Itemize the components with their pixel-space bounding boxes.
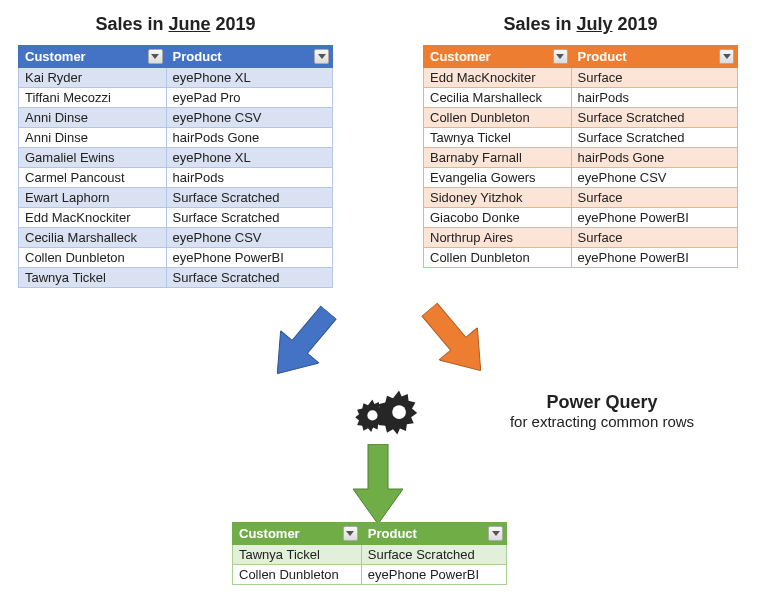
filter-dropdown-icon[interactable]	[553, 49, 568, 64]
cell-product: Surface Scratched	[166, 208, 332, 228]
table-row: Ewart LaphornSurface Scratched	[19, 188, 333, 208]
col-header-customer[interactable]: Customer	[233, 523, 362, 545]
filter-dropdown-icon[interactable]	[719, 49, 734, 64]
table-row: Anni DinseeyePhone CSV	[19, 108, 333, 128]
cell-customer: Giacobo Donke	[424, 208, 572, 228]
col-header-product[interactable]: Product	[571, 46, 737, 68]
cell-customer: Tawnya Tickel	[233, 545, 362, 565]
title-suffix: 2019	[613, 14, 658, 34]
table-row: Collen DunbletoneyePhone PowerBI	[233, 565, 507, 585]
cell-customer: Sidoney Yitzhok	[424, 188, 572, 208]
july-block: Sales in July 2019 Customer Product Edd …	[423, 10, 738, 288]
cell-product: Surface Scratched	[571, 108, 737, 128]
table-row: Kai RydereyePhone XL	[19, 68, 333, 88]
june-title: Sales in June 2019	[18, 14, 333, 35]
cell-customer: Collen Dunbleton	[233, 565, 362, 585]
table-row: Tawnya TickelSurface Scratched	[233, 545, 507, 565]
title-month: June	[168, 14, 210, 34]
table-row: Tawnya TickelSurface Scratched	[424, 128, 738, 148]
cell-customer: Collen Dunbleton	[19, 248, 167, 268]
cell-product: eyePhone PowerBI	[361, 565, 506, 585]
header-text: Customer	[430, 49, 491, 64]
header-text: Product	[173, 49, 222, 64]
pq-title: Power Query	[472, 392, 732, 413]
cell-product: Surface Scratched	[361, 545, 506, 565]
cell-customer: Cecilia Marshalleck	[424, 88, 572, 108]
svg-point-0	[392, 405, 406, 419]
cell-product: Surface	[571, 228, 737, 248]
filter-dropdown-icon[interactable]	[148, 49, 163, 64]
table-row: Cecilia MarshalleckeyePhone CSV	[19, 228, 333, 248]
col-header-customer[interactable]: Customer	[424, 46, 572, 68]
cell-product: Surface Scratched	[166, 188, 332, 208]
table-row: Evangelia GowerseyePhone CSV	[424, 168, 738, 188]
cell-customer: Kai Ryder	[19, 68, 167, 88]
col-header-product[interactable]: Product	[166, 46, 332, 68]
cell-customer: Barnaby Farnall	[424, 148, 572, 168]
cell-product: eyePhone CSV	[166, 228, 332, 248]
cell-product: Surface	[571, 188, 737, 208]
june-table: Customer Product Kai RydereyePhone XLTif…	[18, 45, 333, 288]
cell-product: eyePhone PowerBI	[571, 208, 737, 228]
header-text: Customer	[239, 526, 300, 541]
table-row: Northrup AiresSurface	[424, 228, 738, 248]
cell-customer: Tawnya Tickel	[424, 128, 572, 148]
table-row: Edd MacKnockiterSurface	[424, 68, 738, 88]
cell-customer: Anni Dinse	[19, 128, 167, 148]
cell-product: eyePhone PowerBI	[166, 248, 332, 268]
table-row: Cecilia MarshalleckhairPods	[424, 88, 738, 108]
june-block: Sales in June 2019 Customer Product Kai …	[18, 10, 333, 288]
cell-customer: Cecilia Marshalleck	[19, 228, 167, 248]
table-row: Tiffani MecozzieyePad Pro	[19, 88, 333, 108]
result-table: Customer Product Tawnya TickelSurface Sc…	[232, 522, 507, 585]
cell-customer: Edd MacKnockiter	[19, 208, 167, 228]
cell-product: hairPods	[571, 88, 737, 108]
cell-product: hairPods	[166, 168, 332, 188]
table-row: Giacobo DonkeeyePhone PowerBI	[424, 208, 738, 228]
table-row: Sidoney YitzhokSurface	[424, 188, 738, 208]
cell-product: eyePhone XL	[166, 68, 332, 88]
filter-dropdown-icon[interactable]	[343, 526, 358, 541]
header-text: Product	[578, 49, 627, 64]
table-row: Anni DinsehairPods Gone	[19, 128, 333, 148]
table-row: Collen DunbletonSurface Scratched	[424, 108, 738, 128]
cell-customer: Edd MacKnockiter	[424, 68, 572, 88]
cell-product: Surface	[571, 68, 737, 88]
cell-product: eyePad Pro	[166, 88, 332, 108]
col-header-product[interactable]: Product	[361, 523, 506, 545]
cell-customer: Collen Dunbleton	[424, 108, 572, 128]
cell-product: hairPods Gone	[571, 148, 737, 168]
table-row: Edd MacKnockiterSurface Scratched	[19, 208, 333, 228]
header-text: Customer	[25, 49, 86, 64]
cell-customer: Carmel Pancoust	[19, 168, 167, 188]
cell-customer: Collen Dunbleton	[424, 248, 572, 268]
cell-product: eyePhone CSV	[166, 108, 332, 128]
july-table: Customer Product Edd MacKnockiterSurface…	[423, 45, 738, 268]
table-row: Tawnya TickelSurface Scratched	[19, 268, 333, 288]
filter-dropdown-icon[interactable]	[314, 49, 329, 64]
svg-point-1	[367, 410, 377, 420]
pq-subtitle: for extracting common rows	[472, 413, 732, 430]
arrow-blue-icon	[258, 296, 348, 389]
cell-product: Surface Scratched	[166, 268, 332, 288]
cell-customer: Tawnya Tickel	[19, 268, 167, 288]
table-row: Collen DunbletoneyePhone PowerBI	[19, 248, 333, 268]
cell-customer: Gamaliel Ewins	[19, 148, 167, 168]
cell-customer: Ewart Laphorn	[19, 188, 167, 208]
cell-customer: Northrup Aires	[424, 228, 572, 248]
power-query-label: Power Query for extracting common rows	[472, 392, 732, 430]
cell-product: eyePhone PowerBI	[571, 248, 737, 268]
cell-product: eyePhone CSV	[571, 168, 737, 188]
col-header-customer[interactable]: Customer	[19, 46, 167, 68]
cell-customer: Anni Dinse	[19, 108, 167, 128]
table-row: Gamaliel EwinseyePhone XL	[19, 148, 333, 168]
arrow-green-icon	[353, 444, 403, 524]
cell-customer: Evangelia Gowers	[424, 168, 572, 188]
title-prefix: Sales in	[503, 14, 576, 34]
table-row: Carmel PancousthairPods	[19, 168, 333, 188]
gears-icon	[352, 368, 427, 446]
filter-dropdown-icon[interactable]	[488, 526, 503, 541]
cell-product: Surface Scratched	[571, 128, 737, 148]
header-text: Product	[368, 526, 417, 541]
table-row: Collen DunbletoneyePhone PowerBI	[424, 248, 738, 268]
